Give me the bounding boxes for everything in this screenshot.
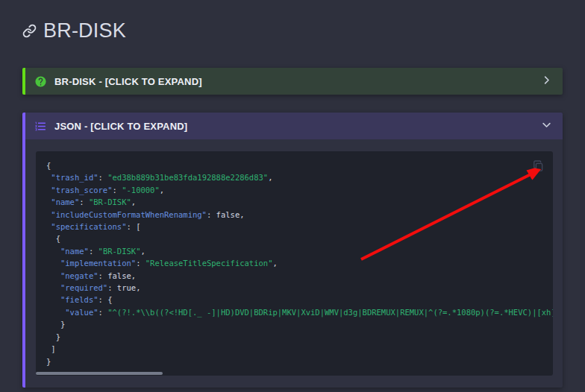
link-icon[interactable] — [22, 24, 37, 38]
question-circle-icon — [34, 75, 47, 88]
copy-icon[interactable] — [530, 157, 546, 174]
page-title: BR-DISK — [22, 19, 563, 42]
page-title-text: BR-DISK — [43, 19, 126, 42]
json-admonition-body: { "trash_id": "ed38b889b31be83fda192888e… — [25, 139, 563, 388]
question-admonition-title: BR-DISK - [CLICK TO EXPAND] — [54, 76, 202, 87]
json-admonition: JSON - [CLICK TO EXPAND] { "trash_id": "… — [22, 113, 563, 388]
question-admonition: BR-DISK - [CLICK TO EXPAND] — [22, 68, 563, 95]
json-code: { "trash_id": "ed38b889b31be83fda192888e… — [36, 151, 553, 376]
json-admonition-summary[interactable]: JSON - [CLICK TO EXPAND] — [25, 113, 563, 139]
horizontal-scrollbar-thumb[interactable] — [36, 372, 163, 375]
question-admonition-summary[interactable]: BR-DISK - [CLICK TO EXPAND] — [25, 68, 563, 95]
format-list-numbered-icon — [34, 120, 47, 133]
content-area: BR-DISK BR-DISK - [CLICK TO EXPAND] — [0, 0, 585, 388]
chevron-right-icon — [541, 75, 552, 88]
json-code-block: { "trash_id": "ed38b889b31be83fda192888e… — [36, 151, 553, 376]
json-admonition-title: JSON - [CLICK TO EXPAND] — [54, 121, 187, 132]
chevron-down-icon — [541, 119, 552, 133]
